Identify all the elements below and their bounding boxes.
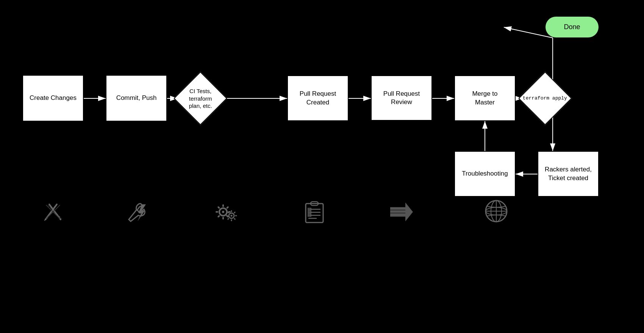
svg-line-38: [234, 212, 235, 213]
globe-svg: [483, 198, 510, 224]
svg-line-29: [218, 216, 219, 217]
create-changes-box: Create Changes: [22, 75, 84, 121]
svg-line-28: [227, 207, 228, 208]
terraform-apply-diamond: terraform apply: [522, 78, 568, 119]
clipboard-icon: [299, 196, 330, 226]
svg-line-36: [228, 212, 228, 213]
tools-lightning-svg: [125, 199, 152, 225]
troubleshooting-label: Troubleshooting: [462, 170, 508, 178]
ci-tests-diamond: CI Tests,terraformplan, etc.: [178, 76, 223, 121]
svg-line-37: [234, 219, 235, 219]
troubleshooting-box: Troubleshooting: [454, 151, 516, 197]
globe-icon: [481, 196, 511, 226]
terraform-apply-label: terraform apply: [523, 95, 567, 102]
diagram-container: Done Create Changes Commit, Pu: [0, 0, 644, 333]
svg-line-26: [218, 207, 219, 208]
pull-request-review-label: Pull RequestReview: [383, 90, 420, 106]
pull-request-created-box: Pull RequestCreated: [287, 75, 349, 121]
commit-push-box: Commit, Push: [106, 75, 167, 121]
pencil-ruler-svg: [40, 199, 66, 225]
rackers-alerted-label: Rackers alerted,Ticket created: [545, 165, 592, 182]
merge-to-master-label: Merge toMaster: [472, 90, 497, 106]
svg-point-21: [222, 211, 224, 213]
commit-push-label: Commit, Push: [116, 94, 157, 102]
pencil-ruler-icon: [38, 197, 68, 227]
merge-to-master-box: Merge toMaster: [454, 75, 516, 121]
arrow-right-svg: [388, 199, 415, 225]
tools-lightning-icon: [123, 197, 153, 227]
pull-request-created-label: Pull RequestCreated: [300, 90, 336, 106]
ci-tests-label: CI Tests,terraformplan, etc.: [189, 87, 212, 110]
gears-svg: [213, 199, 239, 225]
svg-point-31: [231, 215, 233, 217]
gears-icon: [211, 197, 241, 227]
arrow-right-icon: [386, 197, 417, 227]
create-changes-label: Create Changes: [30, 94, 77, 102]
svg-line-39: [228, 219, 228, 219]
pull-request-review-box: Pull RequestReview: [371, 75, 432, 121]
svg-marker-49: [390, 202, 413, 221]
done-button[interactable]: Done: [546, 17, 599, 37]
clipboard-svg: [301, 198, 328, 224]
svg-rect-40: [306, 204, 323, 223]
rackers-alerted-box: Rackers alerted,Ticket created: [538, 151, 599, 197]
